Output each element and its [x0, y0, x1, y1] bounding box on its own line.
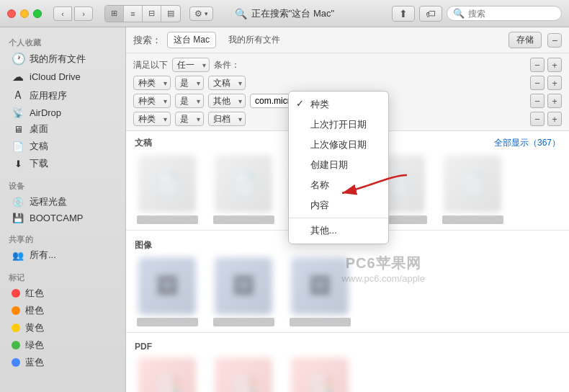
sidebar-item-downloads[interactable]: ⬇ 下载	[3, 155, 122, 172]
forward-button[interactable]: ›	[74, 6, 93, 21]
filter-op-3[interactable]: 是	[175, 112, 204, 126]
file-thumbnail: 🖼	[215, 257, 272, 315]
dropdown-item-last-modified[interactable]: 上次修改日期	[289, 135, 388, 155]
sidebar-label-icloud: iCloud Drive	[30, 71, 81, 82]
remove-search-button[interactable]: −	[547, 33, 562, 48]
show-all-documents-link[interactable]: 全部显示（367）	[494, 137, 560, 149]
filter-row3-minus[interactable]: −	[530, 112, 545, 126]
main: 个人收藏 🕐 我的所有文件 ☁ iCloud Drive Ａ 应用程序 📡 Ai…	[0, 27, 569, 392]
sidebar-item-tag-yellow[interactable]: 黄色	[3, 319, 122, 337]
list-item[interactable]: 🖼	[135, 257, 200, 326]
filter-plus-button[interactable]: +	[547, 58, 562, 72]
filter-op-2[interactable]: 是	[175, 94, 204, 108]
finder-icon: 🔍	[235, 8, 247, 19]
filter-op-1[interactable]: 是	[175, 76, 204, 90]
filter-row2-minus[interactable]: −	[530, 94, 545, 108]
downloads-icon: ⬇	[12, 159, 24, 169]
sidebar-label-bootcamp: BOOTCAMP	[30, 213, 83, 223]
arrange-button[interactable]: ⚙ ▾	[189, 6, 213, 21]
view-grid-button[interactable]: ⊞	[105, 6, 124, 22]
save-search-button[interactable]: 存储	[508, 32, 542, 48]
filter-row1-plus[interactable]: +	[547, 76, 562, 90]
share-button[interactable]: ⬆	[392, 6, 415, 22]
view-columns-button[interactable]: ⊟	[143, 6, 161, 22]
sidebar-label-downloads: 下载	[30, 157, 48, 170]
sidebar-item-documents[interactable]: 📄 文稿	[3, 138, 122, 155]
dropdown-item-content[interactable]: 内容	[289, 195, 388, 215]
tag-red-dot	[12, 289, 20, 298]
file-grid-pdf: 📑 📑 📑	[135, 357, 560, 392]
list-item[interactable]: 📑	[287, 357, 352, 392]
dropdown-item-other[interactable]: 其他...	[289, 220, 388, 241]
file-section-pdf-header: PDF	[135, 342, 560, 352]
filter-field-2[interactable]: 种类	[133, 94, 171, 108]
titlebar: ‹ › ⊞ ≡ ⊟ ▤ ⚙ ▾ 🔍 正在搜索"这台 Mac" ⬆ 🏷 🔍	[0, 0, 569, 27]
dropdown-item-created[interactable]: 创建日期	[289, 155, 388, 175]
list-item[interactable]: 🖼	[211, 257, 276, 326]
filter-row2-plus[interactable]: +	[547, 94, 562, 108]
sidebar-item-bootcamp[interactable]: 💾 BOOTCAMP	[3, 210, 122, 226]
sidebar-item-shared-all[interactable]: 👥 所有...	[3, 246, 122, 264]
back-button[interactable]: ‹	[53, 6, 72, 21]
tag-yellow-dot	[12, 324, 20, 332]
sidebar: 个人收藏 🕐 我的所有文件 ☁ iCloud Drive Ａ 应用程序 📡 Ai…	[0, 27, 126, 392]
shared-icon: 👥	[12, 250, 24, 261]
list-item[interactable]: 📄	[211, 155, 276, 224]
sidebar-label-tag-green: 绿色	[25, 339, 44, 352]
tag-button[interactable]: 🏷	[419, 6, 442, 22]
icloud-icon: ☁	[12, 70, 24, 84]
filter-field-3[interactable]: 种类	[133, 112, 171, 126]
traffic-lights	[7, 9, 42, 18]
sidebar-item-tag-orange[interactable]: 橙色	[3, 302, 122, 319]
list-item[interactable]: 🖼	[287, 257, 352, 326]
view-list-button[interactable]: ≡	[124, 6, 143, 22]
view-cover-button[interactable]: ▤	[161, 6, 180, 22]
filter-row-1: 种类 是 文稿 − +	[133, 76, 562, 90]
file-grid-images: 🖼 🖼 🖼	[135, 257, 560, 326]
filter-val-3-wrapper: 归档	[208, 112, 246, 126]
search-scope-label: 搜索：	[133, 34, 161, 47]
dropdown-item-kind[interactable]: 种类	[289, 94, 388, 115]
sidebar-item-desktop[interactable]: 🖥 桌面	[3, 120, 122, 138]
search-box[interactable]: 🔍	[447, 6, 562, 21]
sidebar-item-airdrop[interactable]: 📡 AirDrop	[3, 105, 122, 120]
sidebar-section-shared: 共享的	[0, 230, 125, 246]
filter-row3-plus[interactable]: +	[547, 112, 562, 126]
filter-val-2[interactable]: 其他	[208, 94, 246, 108]
search-scope-bar: 搜索： 这台 Mac 我的所有文件 存储 −	[126, 27, 569, 53]
dropdown-item-name[interactable]: 名称	[289, 175, 388, 195]
sidebar-item-all-files[interactable]: 🕐 我的所有文件	[3, 50, 122, 68]
close-button[interactable]	[7, 9, 16, 18]
filter-condition-select[interactable]: 任一 全部	[172, 58, 210, 72]
filter-val-1[interactable]: 文稿	[208, 76, 246, 90]
sidebar-item-tag-blue[interactable]: 蓝色	[3, 354, 122, 371]
list-item[interactable]: 📄	[440, 155, 505, 224]
filter-minus-button[interactable]: −	[530, 58, 545, 72]
bootcamp-icon: 💾	[12, 213, 24, 223]
filter-val-3[interactable]: 归档	[208, 112, 246, 126]
filter-op-2-wrapper: 是	[175, 94, 204, 108]
sidebar-item-icloud[interactable]: ☁ iCloud Drive	[3, 68, 122, 86]
file-thumbnail: 🖼	[138, 257, 196, 315]
search-input[interactable]	[468, 9, 555, 19]
file-name	[213, 318, 274, 326]
maximize-button[interactable]	[33, 9, 42, 18]
filter-val-1-wrapper: 文稿	[208, 76, 246, 90]
toolbar-right: ⬆ 🏷 🔍	[392, 6, 562, 22]
sidebar-item-tag-red[interactable]: 红色	[3, 285, 122, 302]
filter-row1-minus[interactable]: −	[530, 76, 545, 90]
dropdown-item-last-opened[interactable]: 上次打开日期	[289, 115, 388, 135]
search-scope-all-files[interactable]: 我的所有文件	[222, 32, 287, 48]
list-item[interactable]: 📄	[135, 155, 200, 224]
file-thumbnail: 📑	[215, 357, 272, 392]
filter-field-2-wrapper: 种类	[133, 94, 171, 108]
minimize-button[interactable]	[20, 9, 29, 18]
list-item[interactable]: 📑	[211, 357, 276, 392]
search-scope-this-mac[interactable]: 这台 Mac	[167, 32, 216, 48]
sidebar-item-tag-green[interactable]: 绿色	[3, 337, 122, 354]
sidebar-item-apps[interactable]: Ａ 应用程序	[3, 86, 122, 105]
sidebar-item-remote-disc[interactable]: 💿 远程光盘	[3, 193, 122, 210]
file-name	[290, 318, 351, 326]
list-item[interactable]: 📑	[135, 357, 200, 392]
filter-field-1[interactable]: 种类	[133, 76, 171, 90]
